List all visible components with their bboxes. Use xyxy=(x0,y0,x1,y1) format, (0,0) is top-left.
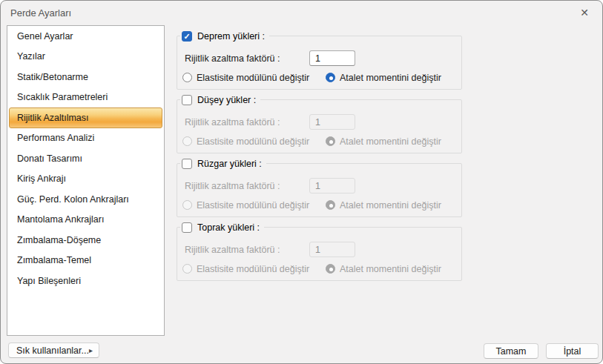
group-checkbox[interactable]: ✓ xyxy=(182,159,192,169)
radio-elastisite-modulu[interactable] xyxy=(182,73,192,82)
radio-atalet-label: Atalet momentini değiştir xyxy=(340,136,441,147)
load-group-3: ✓ Toprak yükleri : Rijitlik azaltma fakt… xyxy=(177,227,462,281)
factor-label: Rijitlik azaltma faktörü : xyxy=(185,181,280,191)
radio-elastisite-modulu xyxy=(182,264,192,274)
group-label: Düşey yükler : xyxy=(197,95,256,105)
group-checkbox[interactable]: ✓ xyxy=(182,31,192,42)
radio-elastisite-label: Elastisite modülünü değiştir xyxy=(197,136,309,147)
factor-input xyxy=(309,242,355,257)
radio-atalet-momenti xyxy=(326,264,335,274)
factor-label: Rijitlik azaltma faktörü : xyxy=(185,53,280,64)
arrow-right-icon: ▸ xyxy=(89,346,93,354)
radio-atalet-momenti xyxy=(326,200,335,210)
content-panel: ✓ Deprem yükleri : Rijitlik azaltma fakt… xyxy=(1,1,602,363)
load-group-1: ✓ Düşey yükler : Rijitlik azaltma faktör… xyxy=(177,99,462,153)
radio-elastisite-label: Elastisite modülünü değiştir xyxy=(197,73,309,83)
favorites-button-label: Sık kullanılanlar... xyxy=(16,345,89,356)
cancel-button[interactable]: İptal xyxy=(546,343,599,359)
factor-label: Rijitlik azaltma faktörü : xyxy=(185,117,280,128)
radio-atalet-label: Atalet momentini değiştir xyxy=(340,200,441,211)
radio-elastisite-modulu xyxy=(182,136,192,146)
group-checkbox[interactable]: ✓ xyxy=(182,222,192,233)
radio-elastisite-modulu xyxy=(182,200,192,210)
factor-label: Rijitlik azaltma faktörü : xyxy=(185,245,280,255)
load-group-0: ✓ Deprem yükleri : Rijitlik azaltma fakt… xyxy=(177,36,462,90)
factor-input[interactable] xyxy=(309,50,355,66)
radio-elastisite-label: Elastisite modülünü değiştir xyxy=(197,200,309,211)
load-group-2: ✓ Rüzgar yükleri : Rijitlik azaltma fakt… xyxy=(177,163,462,217)
group-checkbox[interactable]: ✓ xyxy=(182,95,192,105)
group-label: Deprem yükleri : xyxy=(197,31,265,42)
group-label: Toprak yükleri : xyxy=(197,222,260,233)
radio-atalet-label: Atalet momentini değiştir xyxy=(340,264,441,274)
radio-atalet-momenti[interactable] xyxy=(326,73,335,82)
radio-elastisite-label: Elastisite modülünü değiştir xyxy=(197,264,309,274)
check-icon: ✓ xyxy=(183,32,190,40)
radio-atalet-momenti xyxy=(326,136,335,146)
factor-input xyxy=(309,178,355,193)
perde-ayarlari-dialog: Perde Ayarları ✕ Genel Ayarlar Yazılar S… xyxy=(0,0,603,364)
factor-input xyxy=(309,114,355,130)
favorites-button[interactable]: Sık kullanılanlar... ▸ xyxy=(8,343,99,358)
group-label: Rüzgar yükleri : xyxy=(197,159,262,169)
radio-atalet-label: Atalet momentini değiştir xyxy=(340,73,441,83)
ok-button[interactable]: Tamam xyxy=(484,343,538,359)
